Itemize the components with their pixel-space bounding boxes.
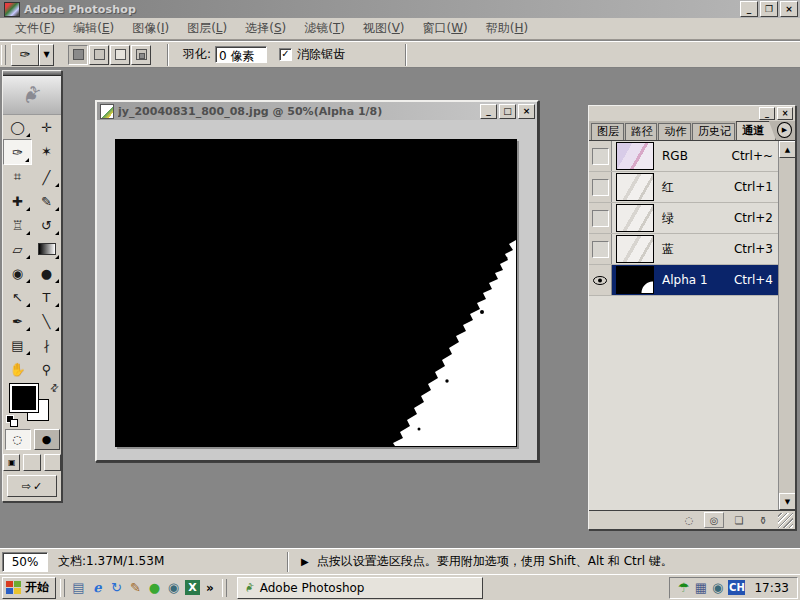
dodge-tool[interactable]: ● xyxy=(32,261,61,285)
paint-program-icon[interactable]: ✎ xyxy=(126,578,145,597)
polygonal-lasso-icon[interactable]: ✑ xyxy=(11,44,39,66)
menu-select[interactable]: 选择(S) xyxy=(236,18,295,39)
jump-to-imageready-button[interactable]: ⇨ ✓ xyxy=(7,475,57,497)
camera-utility-icon[interactable]: ◉ xyxy=(712,580,723,595)
excel-icon[interactable]: X xyxy=(185,580,200,595)
camera-program-icon[interactable]: ◉ xyxy=(164,578,183,597)
default-colors-icon[interactable] xyxy=(6,415,16,425)
fullscreen-mode-button[interactable] xyxy=(44,454,61,471)
channel-row-green[interactable]: 绿 Ctrl+2 xyxy=(589,203,779,234)
visibility-toggle[interactable] xyxy=(589,203,612,233)
zoom-level-field[interactable]: 50% xyxy=(2,552,48,572)
tab-actions[interactable]: 动作 xyxy=(658,123,691,140)
foreground-color-swatch[interactable] xyxy=(10,384,38,412)
start-button[interactable]: 开始 xyxy=(2,577,56,599)
antivirus-umbrella-icon[interactable]: ☂ xyxy=(678,580,690,595)
tab-paths[interactable]: 路径 xyxy=(625,123,658,140)
menu-help[interactable]: 帮助(H) xyxy=(477,18,537,39)
magic-wand-tool[interactable]: ✶ xyxy=(32,139,61,163)
menu-window[interactable]: 窗口(W) xyxy=(414,18,477,39)
clone-stamp-tool[interactable]: ♖ xyxy=(3,213,32,237)
chevron-down-icon[interactable]: ▼ xyxy=(39,44,54,66)
gradient-tool[interactable] xyxy=(32,237,61,261)
crop-tool[interactable]: ⌗ xyxy=(3,165,32,189)
path-selection-tool[interactable]: ↖ xyxy=(3,285,32,309)
visibility-toggle[interactable] xyxy=(589,234,612,264)
palette-minimize-button[interactable]: _ xyxy=(759,107,775,120)
menu-edit[interactable]: 编辑(E) xyxy=(64,18,123,39)
scroll-up-icon[interactable]: ▲ xyxy=(779,141,795,158)
swap-colors-icon[interactable]: ⇄ xyxy=(47,381,61,395)
hand-tool[interactable]: ✋ xyxy=(3,357,32,381)
save-selection-as-channel-button[interactable]: ◎ xyxy=(704,512,724,528)
fullscreen-menubar-mode-button[interactable] xyxy=(23,454,40,471)
palette-menu-button[interactable]: ▶ xyxy=(777,122,792,138)
show-desktop-icon[interactable]: ▤ xyxy=(69,578,88,597)
restore-button[interactable]: ❐ xyxy=(760,1,778,17)
close-button[interactable]: × xyxy=(780,1,798,17)
visibility-toggle[interactable] xyxy=(589,265,612,295)
zoom-tool[interactable]: ⚲ xyxy=(32,357,61,381)
channel-row-rgb[interactable]: RGB Ctrl+~ xyxy=(589,141,779,172)
channel-row-alpha1[interactable]: Alpha 1 Ctrl+4 xyxy=(589,265,779,296)
menu-layer[interactable]: 图层(L) xyxy=(178,18,236,39)
visibility-toggle[interactable] xyxy=(589,172,612,202)
load-channel-as-selection-button[interactable]: ◌ xyxy=(680,513,698,527)
status-arrow-icon[interactable]: ▶ xyxy=(301,556,309,567)
delete-channel-button[interactable]: ⚱ xyxy=(754,513,772,527)
subtract-from-selection-button[interactable] xyxy=(110,45,130,65)
new-selection-button[interactable] xyxy=(68,45,88,65)
visibility-toggle[interactable] xyxy=(589,141,612,171)
eraser-tool[interactable]: ▱ xyxy=(3,237,32,261)
channel-row-blue[interactable]: 蓝 Ctrl+3 xyxy=(589,234,779,265)
type-tool[interactable]: T xyxy=(32,285,61,309)
palette-resize-grip[interactable] xyxy=(778,513,793,528)
new-channel-button[interactable]: ❏ xyxy=(730,513,748,527)
slice-tool[interactable]: ╱ xyxy=(32,165,61,189)
internet-explorer-icon[interactable]: e xyxy=(88,578,107,597)
line-tool[interactable]: ╲ xyxy=(32,309,61,333)
tab-layers[interactable]: 图层 xyxy=(591,123,624,140)
ime-language-badge[interactable]: CH xyxy=(728,580,745,595)
eyedropper-tool[interactable]: ∤ xyxy=(32,333,61,357)
palette-close-button[interactable]: × xyxy=(777,107,793,120)
scroll-down-icon[interactable]: ▼ xyxy=(779,493,795,510)
history-brush-tool[interactable]: ↺ xyxy=(32,213,61,237)
blur-tool[interactable]: ◉ xyxy=(3,261,32,285)
menu-file[interactable]: 文件(F) xyxy=(6,18,64,39)
palette-titlebar[interactable]: _ × xyxy=(589,106,795,121)
standard-screen-mode-button[interactable]: ▣ xyxy=(3,454,20,471)
menu-filter[interactable]: 滤镜(T) xyxy=(295,18,354,39)
doc-maximize-button[interactable]: □ xyxy=(499,104,516,119)
photoshop-task-button[interactable]: ❧ Adobe Photoshop xyxy=(237,577,483,599)
antialias-checkbox[interactable] xyxy=(279,48,292,61)
alpha-channel-canvas[interactable] xyxy=(115,139,517,447)
polygonal-lasso-tool[interactable]: ✑ xyxy=(3,139,32,165)
outlook-express-icon[interactable]: ↻ xyxy=(107,578,126,597)
channel-row-red[interactable]: 红 Ctrl+1 xyxy=(589,172,779,203)
tool-preset-picker[interactable]: ✑ ▼ xyxy=(11,44,54,66)
palette-scrollbar[interactable]: ▲ ▼ xyxy=(778,141,795,510)
document-titlebar[interactable]: jy_20040831_800_08.jpg @ 50%(Alpha 1/8) … xyxy=(97,102,537,120)
move-tool[interactable]: ✛ xyxy=(32,115,61,139)
feather-input[interactable]: 0 像素 xyxy=(215,46,267,63)
quick-mask-mode-button[interactable]: ● xyxy=(34,429,60,450)
menu-view[interactable]: 视图(V) xyxy=(354,18,414,39)
menu-image[interactable]: 图像(I) xyxy=(123,18,178,39)
intersect-selection-button[interactable] xyxy=(131,45,151,65)
media-program-icon[interactable]: ● xyxy=(145,578,164,597)
quick-launch-overflow-chevron[interactable]: » xyxy=(206,581,214,595)
add-to-selection-button[interactable] xyxy=(89,45,109,65)
network-computer-icon[interactable]: ▦ xyxy=(695,580,707,595)
standard-mode-button[interactable]: ◌ xyxy=(5,429,31,450)
pen-tool[interactable]: ✒ xyxy=(3,309,32,333)
doc-close-button[interactable]: × xyxy=(518,104,535,119)
tab-channels[interactable]: 通道 xyxy=(736,121,776,140)
tab-history[interactable]: 历史记 xyxy=(692,123,735,140)
doc-minimize-button[interactable]: _ xyxy=(480,104,497,119)
elliptical-marquee-tool[interactable]: ◯ xyxy=(3,115,32,139)
notes-tool[interactable]: ▤ xyxy=(3,333,32,357)
healing-brush-tool[interactable]: ✚ xyxy=(3,189,32,213)
minimize-button[interactable]: _ xyxy=(740,1,758,17)
brush-tool[interactable]: ✎ xyxy=(32,189,61,213)
